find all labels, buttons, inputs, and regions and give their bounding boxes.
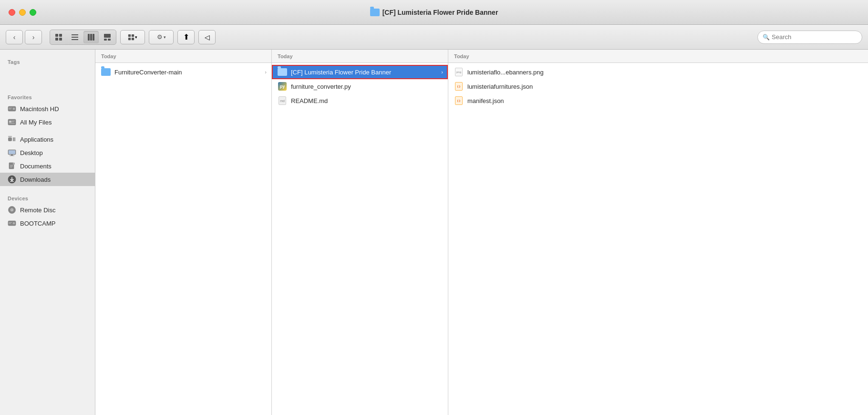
svg-point-44 bbox=[11, 209, 12, 210]
svg-rect-14 bbox=[132, 34, 134, 36]
column-1-header-label: Today bbox=[101, 53, 116, 59]
back-button[interactable]: ‹ bbox=[6, 30, 23, 44]
svg-rect-37 bbox=[10, 165, 13, 166]
view-cover-button[interactable] bbox=[100, 31, 115, 43]
column-2-header-label: Today bbox=[278, 53, 293, 59]
sidebar-item-all-my-files[interactable]: All My Files bbox=[0, 115, 95, 129]
nav-buttons: ‹ › bbox=[6, 30, 42, 44]
file-browser: Today FurnitureConverter-main › Today bbox=[95, 50, 868, 415]
svg-rect-8 bbox=[90, 34, 92, 41]
window-title: [CF] Lumisteria Flower Pride Banner bbox=[382, 9, 498, 16]
view-icon-button[interactable] bbox=[51, 31, 66, 43]
list-item[interactable]: png lumisteriaflo...ebanners.png bbox=[448, 65, 868, 79]
sidebar-section-favorites: Favorites bbox=[0, 91, 95, 102]
column-1-items: FurnitureConverter-main › bbox=[95, 63, 271, 415]
group-by-button[interactable]: ▾ bbox=[120, 30, 145, 44]
svg-rect-15 bbox=[128, 37, 131, 40]
action-button[interactable]: ⚙ ▾ bbox=[149, 30, 174, 44]
forward-icon: › bbox=[32, 33, 35, 41]
svg-rect-30 bbox=[8, 136, 12, 137]
toolbar: ‹ › bbox=[0, 25, 868, 50]
sidebar-item-applications[interactable]: Applications bbox=[0, 133, 95, 146]
svg-rect-7 bbox=[88, 34, 90, 41]
sidebar-item-label-desktop: Desktop bbox=[20, 149, 87, 156]
svg-rect-12 bbox=[108, 39, 111, 41]
sidebar-tags-area bbox=[0, 67, 95, 91]
python-file-icon: py bbox=[278, 82, 287, 91]
share-icon: ⬆ bbox=[183, 32, 189, 42]
svg-rect-3 bbox=[59, 38, 62, 41]
list-item[interactable]: [CF] Lumisteria Flower Pride Banner › bbox=[272, 65, 448, 79]
sidebar-item-label-applications: Applications bbox=[20, 136, 87, 143]
close-button[interactable] bbox=[9, 9, 15, 16]
sidebar-item-label-bootcamp: BOOTCAMP bbox=[20, 220, 87, 227]
action-arrow-icon: ▾ bbox=[164, 35, 166, 40]
svg-rect-21 bbox=[9, 109, 11, 109]
sidebar-item-documents[interactable]: Documents bbox=[0, 159, 95, 173]
svg-rect-11 bbox=[104, 39, 107, 41]
list-icon bbox=[71, 33, 79, 41]
forward-button[interactable]: › bbox=[25, 30, 42, 44]
svg-rect-28 bbox=[13, 137, 14, 141]
main-content: Tags Favorites Macintosh HD bbox=[0, 50, 868, 415]
back-icon: ‹ bbox=[13, 33, 16, 41]
svg-rect-34 bbox=[9, 150, 15, 154]
sidebar-section-tags: Tags bbox=[0, 55, 95, 67]
sidebar-item-macintosh-hd[interactable]: Macintosh HD bbox=[0, 102, 95, 115]
tag-button[interactable]: ◁ bbox=[198, 30, 216, 44]
list-item[interactable]: { } manifest.json bbox=[448, 93, 868, 108]
sidebar-item-downloads[interactable]: Downloads bbox=[0, 173, 95, 186]
svg-rect-26 bbox=[12, 122, 14, 122]
columns-icon bbox=[87, 33, 95, 41]
share-button[interactable]: ⬆ bbox=[177, 30, 195, 44]
folder-icon bbox=[278, 67, 287, 77]
view-list-button[interactable] bbox=[67, 31, 83, 43]
folder-icon bbox=[101, 67, 111, 77]
file-name: [CF] Lumisteria Flower Pride Banner bbox=[291, 69, 442, 76]
window-title-area: [CF] Lumisteria Flower Pride Banner bbox=[370, 9, 498, 16]
svg-rect-5 bbox=[72, 37, 78, 38]
sidebar-item-label-remote-disc: Remote Disc bbox=[20, 207, 87, 214]
chevron-right-icon: › bbox=[265, 69, 267, 75]
sidebar-item-label-all-files: All My Files bbox=[20, 119, 87, 126]
desktop-icon bbox=[8, 148, 16, 157]
svg-rect-16 bbox=[132, 37, 134, 40]
column-2-header: Today bbox=[272, 50, 448, 63]
minimize-button[interactable] bbox=[19, 9, 26, 16]
search-box[interactable]: 🔍 bbox=[757, 31, 862, 44]
all-files-icon bbox=[8, 118, 16, 126]
list-item[interactable]: { } lumisteriafurnitures.json bbox=[448, 79, 868, 93]
sidebar-item-desktop[interactable]: Desktop bbox=[0, 146, 95, 159]
search-input[interactable] bbox=[772, 33, 848, 41]
column-3: Today png lumisteriaflo...ebanners.png {… bbox=[448, 50, 868, 415]
file-name: FurnitureConverter-main bbox=[114, 69, 266, 76]
svg-rect-24 bbox=[9, 123, 15, 124]
svg-rect-6 bbox=[72, 39, 78, 40]
documents-icon bbox=[8, 162, 16, 170]
column-3-items: png lumisteriaflo...ebanners.png { } lum… bbox=[448, 63, 868, 415]
list-item[interactable]: py furniture_converter.py bbox=[272, 79, 448, 93]
column-2-items: [CF] Lumisteria Flower Pride Banner › py… bbox=[272, 63, 448, 415]
svg-rect-9 bbox=[93, 34, 94, 41]
svg-rect-25 bbox=[12, 121, 15, 121]
svg-rect-38 bbox=[10, 166, 13, 166]
hd-icon bbox=[8, 104, 16, 113]
file-name: lumisteriafurnitures.json bbox=[467, 83, 862, 90]
svg-point-47 bbox=[13, 223, 14, 224]
list-item[interactable]: md README.md bbox=[272, 93, 448, 108]
maximize-button[interactable] bbox=[30, 9, 36, 16]
grid-icon bbox=[55, 33, 62, 41]
view-columns-button[interactable] bbox=[83, 31, 99, 43]
title-bar: [CF] Lumisteria Flower Pride Banner bbox=[0, 0, 868, 25]
svg-rect-4 bbox=[72, 34, 78, 35]
json-file-icon-2: { } bbox=[454, 96, 464, 105]
disc-icon bbox=[8, 206, 16, 214]
svg-rect-41 bbox=[10, 181, 14, 182]
list-item[interactable]: FurnitureConverter-main › bbox=[95, 65, 271, 79]
sidebar-item-bootcamp[interactable]: BOOTCAMP bbox=[0, 217, 95, 230]
sidebar-item-remote-disc[interactable]: Remote Disc bbox=[0, 203, 95, 217]
svg-rect-1 bbox=[59, 34, 62, 37]
sidebar-item-label-macintosh-hd: Macintosh HD bbox=[20, 105, 87, 113]
group-icon bbox=[128, 34, 134, 41]
title-folder-icon bbox=[370, 9, 380, 16]
